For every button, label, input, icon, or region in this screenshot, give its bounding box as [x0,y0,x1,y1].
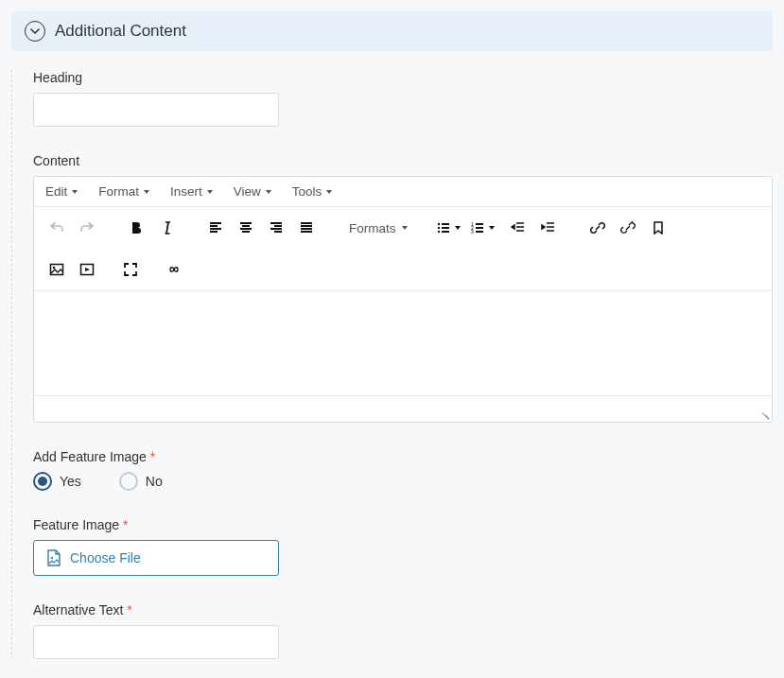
svg-point-7 [53,267,56,269]
editor-content-area[interactable] [34,291,772,395]
align-center-button[interactable] [232,215,260,241]
bullet-list-button[interactable] [436,215,461,241]
svg-point-1 [437,227,439,229]
panel-header[interactable]: Additional Content [11,11,773,51]
rich-text-editor: Edit Format Insert View Tools [33,176,773,423]
alt-text-label: Alternative Text * [33,602,773,617]
caret-icon [72,190,78,194]
align-justify-button[interactable] [292,215,321,241]
resize-handle[interactable] [757,407,770,420]
feature-image-group: Feature Image * Choose File [33,517,773,576]
menu-view[interactable]: View [234,184,271,199]
editor-toolbar: Formats 123 [34,207,772,291]
panel-title: Additional Content [55,22,186,41]
heading-input[interactable] [33,93,279,127]
caret-icon [144,190,149,194]
italic-button[interactable] [152,215,181,241]
caret-icon [266,190,271,194]
feature-image-toggle-label: Add Feature Image * [33,449,773,464]
caret-icon [455,226,461,230]
radio-no[interactable]: No [119,472,163,491]
content-group: Content Edit Format Insert View Tools [33,153,773,423]
radio-yes[interactable]: Yes [33,472,81,491]
choose-file-button[interactable]: Choose File [33,540,279,576]
outdent-button[interactable] [504,215,532,241]
align-left-button[interactable] [201,215,230,241]
editor-footer [34,395,772,422]
formats-dropdown[interactable]: Formats [341,215,415,241]
menu-format[interactable]: Format [98,184,149,199]
bold-button[interactable] [122,215,150,241]
undo-button[interactable] [43,215,71,241]
infinity-button[interactable] [160,256,188,283]
radio-group: Yes No [33,472,773,491]
feature-image-toggle-group: Add Feature Image * Yes No [33,449,773,491]
fullscreen-button[interactable] [116,256,145,283]
image-button[interactable] [43,256,71,283]
menu-tools[interactable]: Tools [292,184,333,199]
redo-button[interactable] [73,215,101,241]
bookmark-button[interactable] [644,215,672,241]
radio-selected-icon [33,472,52,491]
unlink-button[interactable] [614,215,642,241]
menu-edit[interactable]: Edit [45,184,78,199]
caret-icon [207,190,213,194]
chevron-down-icon [25,21,45,42]
alt-text-group: Alternative Text * [33,602,773,659]
svg-point-2 [437,231,439,233]
numbered-list-button[interactable]: 123 [470,215,495,241]
editor-menubar: Edit Format Insert View Tools [34,177,772,207]
caret-icon [402,226,408,230]
align-right-button[interactable] [262,215,290,241]
content-label: Content [33,153,773,168]
caret-icon [326,190,332,194]
form-body: Heading Content Edit Format Insert View … [11,70,773,659]
menu-insert[interactable]: Insert [170,184,213,199]
svg-point-0 [437,223,439,225]
radio-unselected-icon [119,472,138,491]
heading-group: Heading [33,70,773,127]
media-button[interactable] [73,256,101,283]
svg-text:3: 3 [471,229,474,235]
caret-icon [489,226,495,230]
svg-point-9 [51,557,53,559]
link-button[interactable] [584,215,612,241]
heading-label: Heading [33,70,773,85]
file-image-icon [45,549,62,566]
indent-button[interactable] [534,215,563,241]
feature-image-label: Feature Image * [33,517,773,532]
alt-text-input[interactable] [33,625,279,659]
